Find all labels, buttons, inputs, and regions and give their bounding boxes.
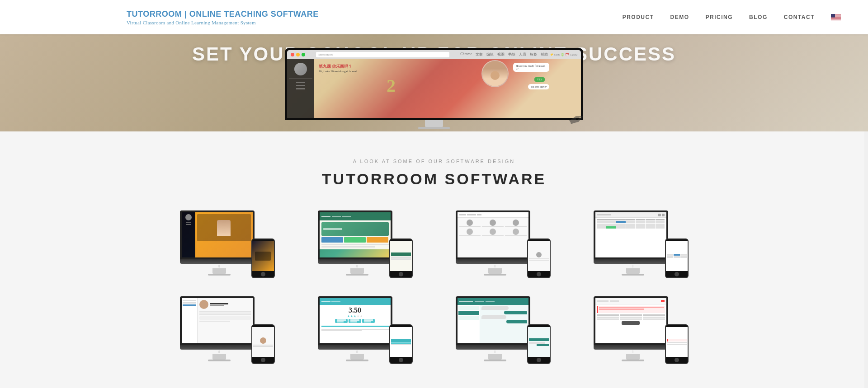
hero-section: SET YOUR SCHOOL UP FOR ONLINE SUCCESS tu… bbox=[0, 34, 868, 131]
browser-tab-3: 编辑 bbox=[486, 52, 494, 57]
list-item-7c bbox=[458, 316, 479, 320]
chinese-text-1: 第九课 你乐西吗？ bbox=[319, 64, 352, 70]
svg-rect-9 bbox=[831, 19, 841, 19]
screen-display-8 bbox=[595, 298, 666, 343]
rating-number-6: 3.50 bbox=[321, 307, 389, 314]
screen-menu-1a bbox=[186, 222, 191, 223]
nav-pricing[interactable]: PRICING bbox=[706, 14, 733, 20]
user-avatar-sidebar bbox=[294, 63, 307, 75]
imac-stand-4 bbox=[626, 268, 640, 274]
screen-display-6: 3.50 bbox=[320, 298, 391, 343]
header-8 bbox=[595, 298, 666, 304]
profile-4-3 bbox=[459, 229, 481, 236]
bar-item-3b bbox=[467, 214, 476, 215]
cal-date-4-11 bbox=[626, 224, 636, 226]
phone-6 bbox=[389, 324, 413, 364]
star-2-6 bbox=[350, 315, 353, 318]
content-bar-2a bbox=[321, 244, 389, 245]
phone-content-8 bbox=[666, 338, 688, 346]
sidebar-menu-2 bbox=[296, 85, 305, 86]
stat-val-6b bbox=[350, 321, 357, 323]
browser-minimize bbox=[296, 53, 300, 56]
name-4-3 bbox=[459, 235, 481, 236]
browser-tab-1: Chrome bbox=[460, 52, 472, 57]
panel-item-5a bbox=[183, 300, 196, 301]
phone-row-6 bbox=[391, 344, 411, 345]
cal-day-4-2 bbox=[606, 219, 616, 220]
browser-status-bar: ⚡85% 🔋 ⏰ 12:50 bbox=[550, 53, 577, 56]
main-panel-5 bbox=[198, 298, 253, 343]
phone-msg-7b bbox=[537, 344, 548, 346]
svg-rect-10 bbox=[831, 19, 841, 19]
monitor-stand bbox=[425, 120, 443, 127]
cal-day-4-7 bbox=[656, 219, 665, 220]
battery-indicator: ⚡85% 🔋 ⏰ 12:50 bbox=[550, 53, 577, 56]
list-item-7b-active bbox=[458, 311, 479, 315]
phone-1 bbox=[251, 238, 275, 278]
imac-bottom-bar-2 bbox=[318, 259, 392, 264]
header-item-8a bbox=[597, 300, 609, 302]
table-row-8b bbox=[597, 318, 665, 320]
cal-date-4-13 bbox=[646, 224, 655, 226]
star-4-6 bbox=[357, 315, 359, 318]
device-mockup-8:  bbox=[594, 296, 689, 369]
profile-grid-3 bbox=[458, 218, 528, 238]
phone-button-7 bbox=[537, 358, 541, 362]
stat-val-6c bbox=[364, 321, 371, 323]
bar-item-3a bbox=[459, 214, 466, 215]
svg-rect-7 bbox=[831, 18, 841, 18]
name-3-3 bbox=[505, 226, 527, 227]
td-8a1 bbox=[597, 317, 619, 318]
header-item-6b bbox=[331, 301, 340, 302]
software-grid:  bbox=[163, 210, 705, 369]
phone-screen-7 bbox=[528, 327, 550, 357]
svg-rect-11 bbox=[831, 19, 841, 20]
cal-date-4-1 bbox=[597, 221, 606, 223]
phone-row-2a bbox=[391, 257, 411, 258]
ph-cal-2 bbox=[674, 254, 680, 256]
calendar-header-4 bbox=[595, 212, 666, 218]
imac-screen-6: 3.50 bbox=[318, 296, 392, 345]
cal-date-4-6 bbox=[646, 221, 655, 223]
chat-area-7 bbox=[480, 305, 528, 343]
phone-alert-8 bbox=[667, 339, 687, 341]
imac-screen-4 bbox=[594, 210, 668, 259]
imac-base-6 bbox=[346, 360, 368, 361]
nav-blog[interactable]: BLOG bbox=[749, 14, 768, 20]
calendar-grid-4 bbox=[595, 218, 666, 230]
imac-screen-7 bbox=[456, 296, 530, 345]
cal-nav-4 bbox=[658, 214, 665, 216]
imac-bottom-bar-8 bbox=[594, 345, 668, 350]
cal-date-4-8 bbox=[597, 224, 606, 226]
list-item-7a bbox=[458, 306, 479, 310]
grid-item-5:  bbox=[163, 296, 292, 369]
device-mockup-6: 3.50 bbox=[318, 296, 413, 369]
imac-apple-7:  bbox=[456, 350, 535, 354]
number-decoration: 2 bbox=[387, 75, 396, 96]
bottom-row-6b bbox=[321, 330, 362, 331]
stat-val-6a bbox=[337, 321, 344, 323]
top-bar-3 bbox=[458, 212, 528, 218]
imac-4:  bbox=[594, 210, 673, 276]
content-5a bbox=[199, 311, 251, 312]
nav-product[interactable]: PRODUCT bbox=[623, 14, 654, 20]
star-3-6 bbox=[354, 315, 356, 318]
alert-text-8a bbox=[599, 307, 664, 308]
star-1-6 bbox=[347, 315, 350, 318]
screen-layout-1 bbox=[182, 212, 253, 257]
table-row-8a bbox=[597, 317, 665, 318]
chat-msg-7c bbox=[481, 315, 507, 319]
bar-item-3c bbox=[477, 214, 481, 215]
profile-pic-5 bbox=[199, 300, 208, 309]
phone-7 bbox=[527, 324, 551, 364]
star-5-6 bbox=[360, 315, 363, 318]
cal-date-4-5 bbox=[636, 221, 645, 223]
nav-contact[interactable]: CONTACT bbox=[784, 14, 815, 20]
phone-3 bbox=[527, 238, 551, 278]
language-flag[interactable] bbox=[831, 14, 841, 20]
stat-label-6a bbox=[337, 319, 346, 321]
nav-demo[interactable]: DEMO bbox=[670, 14, 689, 20]
section-title: TUTORROOM SOFTWARE bbox=[18, 170, 850, 188]
phone-content-4 bbox=[666, 253, 688, 259]
cal-date-4-20 bbox=[646, 226, 655, 229]
